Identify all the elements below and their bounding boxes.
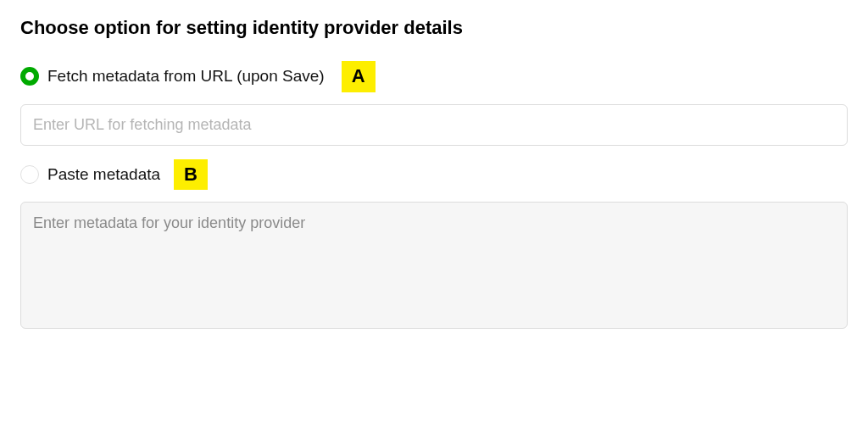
- radio-paste-metadata[interactable]: [20, 165, 39, 184]
- metadata-url-input[interactable]: [20, 104, 848, 146]
- option-row-paste: Paste metadata B: [20, 159, 848, 191]
- option-label-fetch: Fetch metadata from URL (upon Save): [47, 67, 325, 86]
- metadata-textarea[interactable]: [20, 202, 848, 329]
- radio-fetch-url[interactable]: [20, 67, 39, 86]
- annotation-b: B: [174, 159, 208, 191]
- annotation-a: A: [342, 61, 376, 92]
- option-row-fetch: Fetch metadata from URL (upon Save) A: [20, 61, 848, 92]
- option-label-paste: Paste metadata: [47, 165, 160, 184]
- section-heading: Choose option for setting identity provi…: [20, 17, 848, 39]
